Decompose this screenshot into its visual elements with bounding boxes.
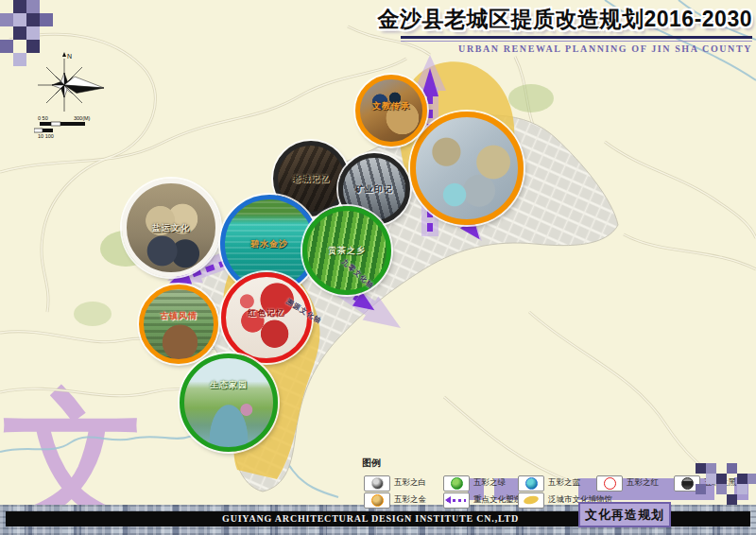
blue-sphere-icon [525,477,538,490]
scale-bar: 0 50 300(M) 10 100 [34,115,91,139]
legend-item: 五彩之绿 [443,475,506,491]
circle-label: 贡茶之乡 [307,245,387,257]
circle-label: 老城记忆 [278,173,344,185]
black-sphere-icon [681,477,694,490]
legend-item: 五彩之金 [364,492,426,508]
legend-item: 五彩之白 [364,475,426,491]
legend-swatch [364,492,390,509]
gold-sphere-icon [371,494,384,507]
photo-circle-education: 文教传承 [355,75,427,147]
yellow-zone-icon [523,494,539,506]
compass-rose: N 0 50 300(M) 10 100 [34,49,110,140]
svg-text:10 100: 10 100 [38,133,54,139]
circle-label: 矿业印记 [343,183,405,196]
svg-text:0 50: 0 50 [38,115,48,121]
legend-item: 五彩之红 [596,475,659,491]
compass-north-label: N [67,53,72,60]
photo-circle-wetland: 生态家园 [180,354,278,452]
svg-text:300(M): 300(M) [74,115,91,121]
page-title: 金沙县老城区提质改造规划2016-2030 [378,5,753,34]
dashed-arrow-icon [447,499,466,502]
red-sphere-icon [604,477,616,490]
photo-circle-temple: 古镇风情 [139,285,218,364]
legend-title: 图例 [362,457,381,470]
photo-circle-red-culture: 红色记忆 [221,272,312,363]
green-sphere-icon [451,477,463,490]
circle-label: 生态家园 [184,379,273,391]
legend-swatch [596,475,623,492]
photo-circle-salt: 盐运文化 [122,179,220,277]
legend-swatch [364,475,390,492]
legend-item: 五彩之蓝 [518,475,580,491]
header: 金沙县老城区提质改造规划2016-2030 URBAN RENEWAL PLAN… [378,5,753,54]
photo-circle-tea: 贡茶之乡 [302,206,391,295]
circle-label: 古镇风情 [144,310,214,322]
white-sphere-icon [371,477,384,490]
legend: 图例 五彩之白 五彩之绿 五彩之蓝 五彩之红 五彩之黑 五彩之金 重点文化塑造轴… [356,457,753,511]
page-subtitle: URBAN RENEWAL PLANNING OF JIN SHA COUNTY [378,43,753,54]
legend-swatch [443,492,470,509]
circle-label: 盐运文化 [127,222,215,234]
planning-map-page: 文 [0,0,756,535]
circle-label: 文教传承 [360,99,422,112]
circle-label: 碧水金沙 [225,238,314,250]
photo-circle-plaza [410,112,524,225]
legend-swatch [443,475,470,492]
plan-title-box: 文化再造规划 [578,502,671,527]
legend-item: 重点文化塑造轴 [443,492,530,508]
title-underline [401,36,752,42]
legend-swatch [518,475,544,492]
legend-swatch [518,492,544,509]
